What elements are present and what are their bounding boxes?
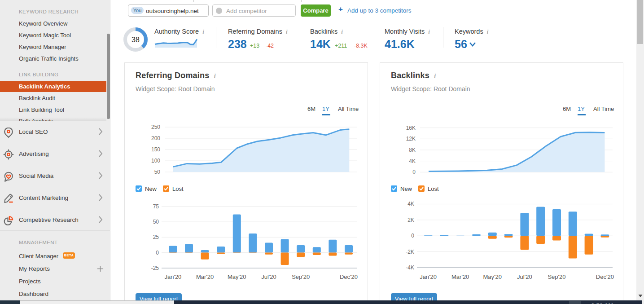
svg-text:Sep'20: Sep'20: [292, 273, 310, 280]
svg-text:-4K: -4K: [406, 264, 414, 271]
svg-text:-25: -25: [151, 265, 159, 271]
svg-text:38: 38: [131, 36, 140, 44]
svg-text:4K: 4K: [407, 201, 414, 207]
svg-text:12K: 12K: [406, 136, 416, 142]
svg-text:4K: 4K: [409, 158, 416, 164]
svg-text:Jan'20: Jan'20: [420, 273, 437, 280]
svg-text:25: 25: [153, 234, 159, 240]
svg-text:2K: 2K: [407, 217, 414, 223]
svg-text:0: 0: [156, 250, 159, 256]
svg-text:16K: 16K: [406, 125, 416, 131]
svg-text:0: 0: [412, 169, 416, 175]
svg-text:75: 75: [153, 203, 159, 210]
svg-text:Mar'20: Mar'20: [451, 273, 469, 280]
svg-text:0: 0: [411, 233, 414, 239]
svg-text:Jul'20: Jul'20: [261, 273, 276, 280]
svg-text:May'20: May'20: [483, 273, 502, 280]
svg-text:Sep'20: Sep'20: [548, 273, 565, 280]
svg-text:150: 150: [151, 146, 160, 153]
svg-text:Dec'20: Dec'20: [340, 273, 358, 280]
svg-text:Jul'20: Jul'20: [517, 273, 532, 280]
svg-text:100: 100: [151, 158, 160, 164]
svg-text:8K: 8K: [409, 147, 416, 153]
svg-text:May'20: May'20: [228, 273, 246, 280]
svg-text:250: 250: [151, 124, 160, 130]
svg-text:50: 50: [154, 169, 161, 175]
svg-text:Dec'20: Dec'20: [596, 273, 614, 280]
svg-text:50: 50: [153, 219, 159, 225]
svg-text:Jan'20: Jan'20: [164, 273, 181, 280]
svg-text:Mar'20: Mar'20: [196, 273, 214, 280]
svg-text:200: 200: [151, 135, 160, 141]
svg-text:-2K: -2K: [406, 249, 414, 255]
